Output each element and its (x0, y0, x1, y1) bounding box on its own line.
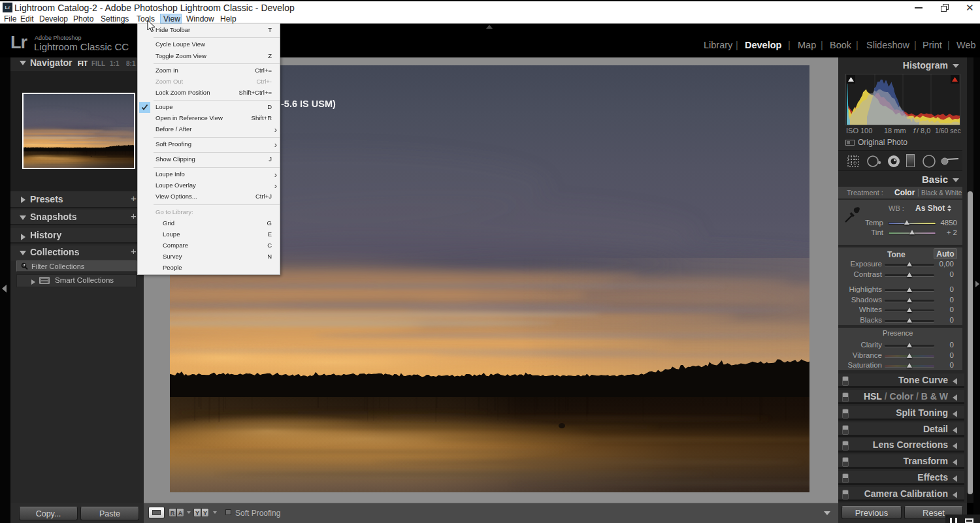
svg-text:-5.6 IS USM): -5.6 IS USM) (281, 99, 336, 109)
